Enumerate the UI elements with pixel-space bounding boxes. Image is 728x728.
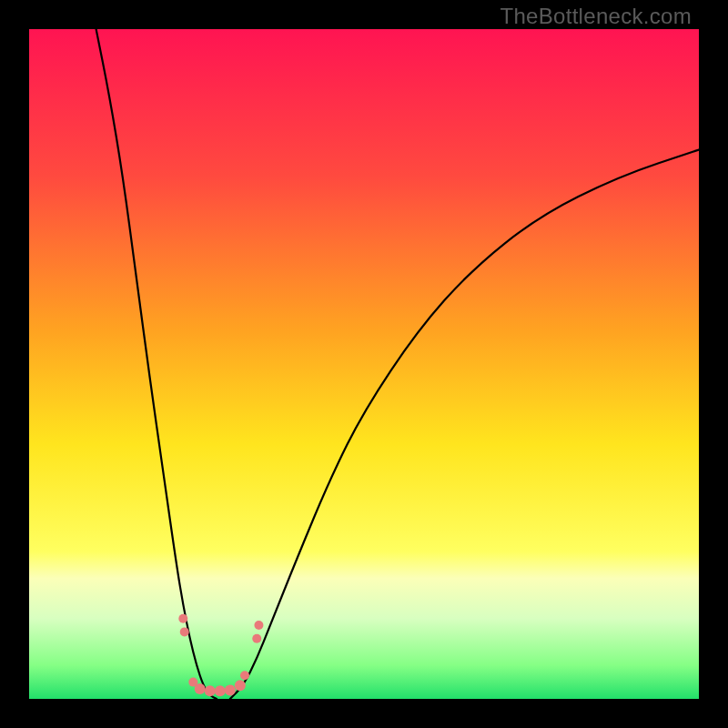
- data-marker: [180, 627, 189, 636]
- data-marker: [225, 684, 236, 695]
- data-marker: [240, 671, 249, 680]
- plot-area: [29, 29, 699, 699]
- series-left-curve: [96, 29, 217, 699]
- data-marker: [178, 614, 187, 623]
- series-right-curve: [230, 149, 699, 699]
- watermark-text: TheBottleneck.com: [500, 4, 692, 29]
- data-marker: [195, 683, 206, 694]
- data-marker: [252, 634, 261, 643]
- data-marker: [235, 680, 246, 691]
- data-marker: [215, 685, 226, 696]
- chart-curves: [29, 29, 699, 699]
- data-marker: [254, 621, 263, 630]
- data-marker: [205, 685, 216, 696]
